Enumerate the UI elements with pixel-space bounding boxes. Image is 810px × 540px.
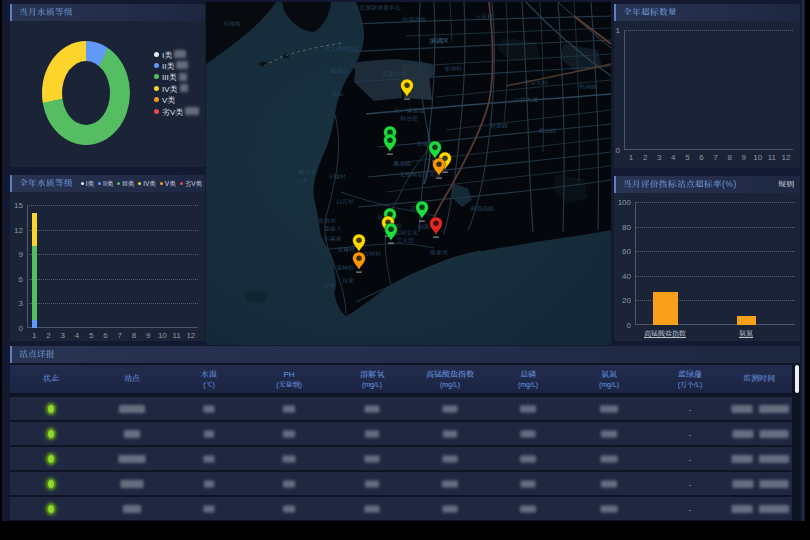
x-axis-label: 9 [146,331,150,340]
map-label: 南杨桥 [336,264,354,271]
pin-hole [404,83,409,88]
pin-hole [356,256,361,261]
legend-item[interactable]: IV类 [154,83,188,93]
legend-label: III类 [122,179,134,188]
x-axis-label: 6 [103,331,107,340]
rules-link[interactable]: 规则 [778,176,794,193]
legend-dot [154,63,159,68]
map-canvas: 太湖新体育中心中南西路五星村滨湖区鼋头渚风景区鹿顶山充山石皮岭东绛桥天安大桥机场… [206,2,611,345]
redacted-value [520,455,536,462]
x-axis [624,149,793,150]
redacted-time [732,505,753,513]
map-label: 充山 [331,90,343,97]
x-axis-label: 11 [172,331,180,340]
redacted-value [521,430,536,437]
table-row[interactable]: - [10,497,792,520]
legend-item[interactable]: 劣V类 [180,179,202,188]
redacted-value [600,405,618,412]
legend-dot [154,74,159,79]
bar[interactable] [653,292,678,325]
legend-item[interactable]: II类 [154,60,188,70]
legend-item[interactable]: III类 [154,72,187,82]
panel-title: 全年水质等级 [19,175,73,192]
legend-item[interactable]: II类 [98,179,113,188]
table-row[interactable]: - [10,447,792,470]
map-label: 太湖新体育中心 [359,4,401,11]
column-header: 溶解氧(mg/L) [360,365,384,393]
x-axis-label: 10 [158,331,167,340]
year-exceed-plot[interactable]: 01123456789101112 [624,30,793,150]
x-axis-label: 6 [699,153,703,162]
map-label: 东绛桥 [444,65,462,72]
x-axis-label: 5 [685,153,689,162]
panel-header: 当月评价指标站点超标率(%) 规则 [614,176,800,193]
legend-item[interactable]: V类 [160,179,176,188]
map-label: 立信大道 [514,96,538,103]
status-dot-green [46,428,56,440]
legend-dot [154,52,159,57]
redacted-value [601,455,618,462]
legend-item[interactable]: III类 [117,179,134,188]
x-axis-label: 12 [186,331,195,340]
year-quality-plot[interactable]: 03691215123456789101112 [27,205,198,328]
table-row[interactable]: - [10,422,792,445]
x-axis-label: 8 [727,153,731,162]
status-dot-green [46,453,56,465]
legend-item[interactable]: V类 [154,95,175,105]
redacted-value [185,107,199,115]
page-scrollbar[interactable] [802,0,804,521]
map-label: 古杨桥 [363,250,381,257]
gridline [635,227,795,228]
bar[interactable] [32,320,37,328]
legend-dot [154,86,159,91]
legend-label: I类 [162,49,172,60]
redacted-value [174,50,186,58]
panel-header: 全年超标数量 [614,4,800,21]
redacted-station [123,505,141,513]
legend-dot [180,182,183,185]
map-island [259,62,267,67]
table-scrollbar-thumb[interactable] [795,365,799,393]
legend-label: II类 [162,60,174,71]
bar[interactable] [32,246,37,320]
redacted-value [601,430,617,437]
redacted-time [732,405,753,413]
y-axis-label: 0 [1,324,23,333]
map-label: 长广溪湿地 [394,107,424,114]
bar-legend: I类II类III类IV类V类劣V类 [77,175,202,192]
y-axis-label: 40 [609,271,631,280]
redacted-value [283,505,295,512]
table-row[interactable]: - [10,472,792,495]
status-dot-green [46,503,56,515]
y-axis [27,205,28,328]
bar[interactable] [32,213,37,246]
gridline [635,251,795,252]
legend-item[interactable]: 劣V类 [154,106,199,116]
legend-label: IV类 [162,83,178,94]
legend-item[interactable]: I类 [154,49,186,59]
legend-item[interactable]: I类 [81,179,94,188]
x-axis-label[interactable]: 高锰酸盐指数 [644,328,686,338]
y-axis [624,30,625,150]
map[interactable]: 太湖新体育中心中南西路五星村滨湖区鼋头渚风景区鹿顶山充山石皮岭东绛桥天安大桥机场… [206,2,611,345]
redacted-value [180,84,188,92]
map-label: 南泰上 [324,225,342,232]
x-axis [27,327,198,328]
table-row[interactable]: - [10,397,792,420]
legend-dot [81,182,84,185]
y-axis-label: 0 [598,146,620,155]
map-label: 沈家 [342,277,354,284]
bar[interactable] [737,316,756,325]
legend-item[interactable]: IV类 [138,179,156,188]
y-axis-label: 20 [609,296,631,305]
page-background: 当月水质等级 I类II类III类IV类V类劣V类 全年水质等级 I类II类III… [2,0,805,521]
month-rate-plot[interactable]: 020406080100高锰酸盐指数氨氮 [635,202,795,325]
gridline [27,279,198,280]
legend-dot [154,109,159,114]
legend-label: 劣V类 [185,179,202,188]
x-axis-label[interactable]: 氨氮 [739,328,753,338]
map-label: 机场路 [579,83,597,90]
redacted-value [204,480,214,487]
redacted-value [283,455,296,462]
map-label: 无锡程及美术馆 [399,171,441,178]
